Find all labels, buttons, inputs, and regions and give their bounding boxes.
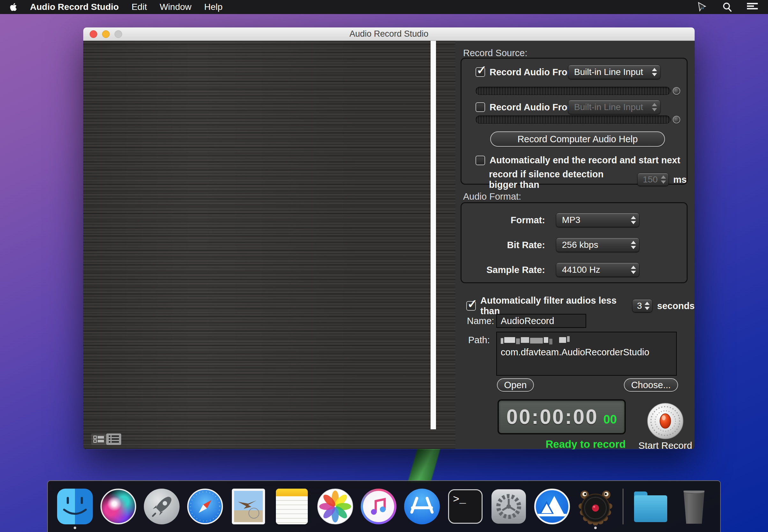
view-toggle-detail[interactable]	[91, 433, 106, 445]
menu-window[interactable]: Window	[160, 2, 192, 12]
desktop: Audio Record Studio Edit Window Help Aud	[0, 0, 768, 532]
auto-end-checkbox[interactable]	[476, 156, 485, 165]
notes-icon	[276, 489, 308, 524]
dock-notes[interactable]	[273, 483, 311, 530]
safari-icon	[187, 489, 223, 524]
auto-end-label-line2: record if silence detection bigger than	[489, 169, 631, 190]
sample-rate-select[interactable]: 44100 Hz	[556, 262, 639, 277]
record-device-select-1[interactable]: Built-in Line Input	[568, 65, 661, 79]
auto-end-row-2: record if silence detection bigger than …	[489, 169, 687, 190]
dock-terminal[interactable]: >_	[447, 483, 484, 530]
dock-system-preferences[interactable]	[490, 483, 528, 530]
dock: >_	[47, 480, 721, 532]
trash-icon	[681, 489, 707, 524]
popup-arrows-icon	[652, 103, 657, 111]
control-panel: Record Source: ✓ Record Audio From: Buil…	[455, 41, 695, 449]
record-from-checkbox-1[interactable]: ✓	[476, 67, 485, 77]
itunes-icon	[361, 489, 396, 524]
check-icon: ✓	[467, 298, 477, 310]
filter-row: ✓ Automatically filter audios less than …	[466, 295, 695, 316]
bit-rate-row: Bit Rate: 256 kbps	[462, 238, 687, 252]
silence-ms-stepper[interactable]: 150	[637, 173, 669, 186]
format-select[interactable]: MP3	[556, 213, 639, 227]
open-button[interactable]: Open	[497, 378, 534, 392]
path-bundle-id: com.dfavteam.AudioRecorderStudio	[501, 347, 672, 358]
slider-track[interactable]	[476, 87, 670, 95]
dock-itunes[interactable]	[360, 483, 397, 530]
audio-record-studio-window: Audio Record Studio Record Source:	[83, 27, 695, 449]
menu-edit[interactable]: Edit	[131, 2, 147, 12]
filter-seconds-stepper[interactable]: 3	[632, 299, 653, 313]
format-label: Format:	[462, 215, 545, 225]
dock-launchpad[interactable]	[143, 483, 181, 530]
choose-button[interactable]: Choose...	[624, 378, 678, 392]
popup-arrows-icon	[631, 241, 636, 249]
name-row: Name:	[467, 314, 586, 328]
slider-knob[interactable]	[673, 116, 680, 123]
timer-time: 00:00:00	[506, 405, 598, 429]
auto-end-row: Automatically end the record and start n…	[476, 155, 680, 166]
slider-track[interactable]	[476, 115, 670, 124]
name-label: Name:	[467, 316, 496, 326]
record-from-row-2: Record Audio From:	[476, 100, 579, 115]
apple-menu-icon[interactable]	[10, 3, 17, 11]
audio-record-studio-app-icon	[578, 488, 613, 525]
folder-icon	[634, 495, 667, 522]
check-icon: ✓	[476, 64, 487, 76]
notification-center-icon[interactable]	[747, 2, 758, 12]
menu-help[interactable]: Help	[204, 2, 223, 12]
silence-ms-value: 150	[642, 174, 658, 185]
filter-checkbox[interactable]: ✓	[466, 301, 476, 311]
record-device-select-2[interactable]: Built-in Line Input	[568, 100, 661, 115]
record-from-checkbox-2[interactable]	[476, 102, 485, 112]
finder-icon	[57, 489, 93, 524]
start-record-label: Start Record	[631, 440, 695, 449]
start-record-button[interactable]	[647, 403, 684, 440]
app-store-icon	[404, 489, 440, 524]
auto-end-label-line1: Automatically end the record and start n…	[490, 155, 680, 166]
siri-icon	[100, 489, 136, 524]
dock-trash[interactable]	[675, 483, 713, 530]
vertical-scrollbar[interactable]	[431, 41, 436, 429]
path-redacted-text	[501, 335, 672, 345]
gear-icon	[491, 489, 526, 524]
dock-audio-record-studio[interactable]	[577, 483, 614, 530]
name-input[interactable]	[496, 314, 586, 328]
input-level-slider-2[interactable]	[476, 115, 680, 124]
selected-device-1: Built-in Line Input	[574, 67, 649, 77]
slider-knob[interactable]	[673, 87, 680, 95]
recordings-list-area[interactable]	[83, 41, 455, 449]
record-computer-audio-help-button[interactable]: Record Computer Audio Help	[490, 131, 665, 147]
popup-arrows-icon	[661, 175, 666, 184]
menu-app-name[interactable]: Audio Record Studio	[30, 2, 119, 12]
dock-safari[interactable]	[186, 483, 224, 530]
input-level-slider-1[interactable]	[476, 87, 680, 95]
path-textarea[interactable]: com.dfavteam.AudioRecorderStudio	[496, 332, 677, 376]
bit-rate-select[interactable]: 256 kbps	[556, 238, 639, 252]
dock-app-store[interactable]	[403, 483, 441, 530]
mail-stamp-icon	[232, 489, 265, 524]
view-toggle-list[interactable]	[106, 433, 121, 445]
menu-bar: Audio Record Studio Edit Window Help	[0, 0, 768, 14]
dock-downloads-folder[interactable]	[632, 483, 669, 530]
spotlight-search-icon[interactable]	[722, 2, 732, 12]
window-title-bar[interactable]: Audio Record Studio	[83, 27, 695, 41]
pointer-icon[interactable]	[697, 2, 707, 12]
dock-mail[interactable]	[230, 483, 267, 530]
timer-centiseconds: 00	[603, 413, 617, 426]
sample-rate-label: Sample Rate:	[462, 265, 545, 275]
popup-arrows-icon	[652, 68, 657, 76]
window-title: Audio Record Studio	[83, 29, 695, 39]
running-indicator	[74, 527, 76, 529]
view-mode-toggles	[91, 433, 121, 445]
dock-siri[interactable]	[100, 483, 137, 530]
status-text: Ready to record	[498, 438, 626, 449]
dock-photos[interactable]	[316, 483, 354, 530]
record-from-label-1: Record Audio From:	[490, 67, 579, 78]
audio-format-section-label: Audio Format:	[463, 191, 521, 202]
popup-arrows-icon	[645, 302, 650, 310]
terminal-icon: >_	[448, 489, 483, 524]
dock-finder[interactable]	[56, 483, 94, 530]
bit-rate-label: Bit Rate:	[462, 240, 545, 250]
dock-app-cleaner[interactable]	[533, 483, 571, 530]
